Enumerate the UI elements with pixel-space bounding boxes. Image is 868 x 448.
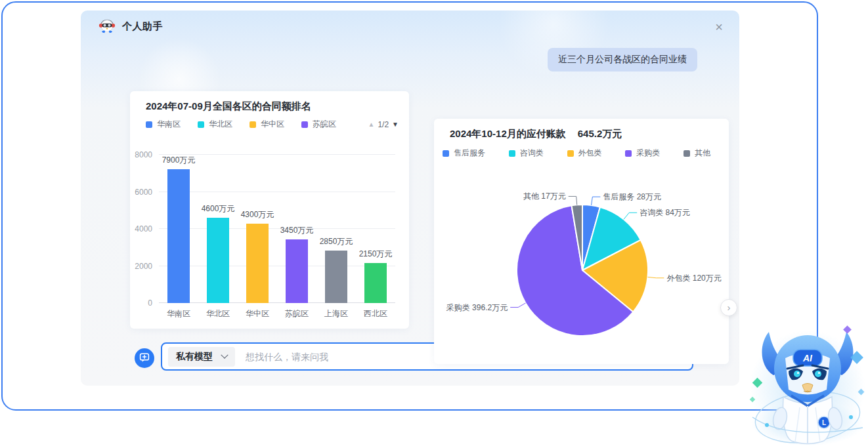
y-axis-tick: 2000 — [135, 262, 152, 271]
legend-label: 华北区 — [209, 119, 232, 130]
pie-callout-label: 售后服务 28万元 — [603, 192, 661, 201]
pie-callout-label: 外包类 120万元 — [666, 274, 721, 283]
assistant-avatar-icon — [98, 18, 116, 35]
bar-chart-legend-row: 华南区华北区华中区苏皖区 ▲ 1/2 ▼ — [146, 119, 399, 130]
legend-page-indicator: 1/2 — [378, 120, 389, 129]
assistant-mascot: AI L — [747, 319, 868, 448]
pie-callout-label: 咨询类 84万元 — [640, 208, 690, 217]
x-axis-label: 上海区 — [316, 308, 356, 319]
y-axis-tick: 8000 — [135, 150, 152, 159]
screen: 个人助手 × 近三个月公司各战区的合同业绩 2024年07-09月全国各区的合同… — [0, 0, 868, 448]
bar-value-label: 2150万元 — [359, 249, 393, 260]
comment-plus-icon — [139, 352, 150, 365]
x-axis-label: 华北区 — [198, 308, 238, 319]
x-axis-label: 华南区 — [159, 308, 198, 319]
assistant-window: 个人助手 × 近三个月公司各战区的合同业绩 2024年07-09月全国各区的合同… — [1, 1, 818, 411]
bar-value-label: 7900万元 — [162, 155, 196, 166]
bar-chart-bars: 7900万元4600万元4300万元3450万元2850万元2150万元 — [159, 155, 395, 303]
bar-chart-yaxis: 02000400060008000 — [130, 155, 155, 303]
model-selector[interactable]: 私有模型 — [168, 347, 235, 367]
pie-label-line — [647, 277, 664, 277]
x-axis-label: 华中区 — [238, 308, 277, 319]
y-axis-tick: 0 — [148, 298, 152, 308]
bar-value-label: 4600万元 — [202, 203, 235, 214]
pie-label-line — [624, 213, 637, 219]
bar-slot: 3450万元 — [277, 155, 316, 303]
bar-legend-item[interactable]: 苏皖区 — [301, 119, 336, 130]
bar-legend-item[interactable]: 华北区 — [198, 119, 232, 130]
x-axis-label: 西北区 — [356, 308, 395, 319]
new-conversation-button[interactable] — [135, 348, 154, 368]
carousel-next-button[interactable]: › — [720, 299, 737, 316]
bar[interactable] — [364, 263, 387, 303]
bar-slot: 4600万元 — [198, 155, 238, 303]
bar-legend-item[interactable]: 华南区 — [146, 119, 181, 130]
bar-chart-xaxis: 华南区华北区华中区苏皖区上海区西北区 — [159, 308, 395, 319]
chevron-down-icon — [221, 351, 228, 358]
legend-pager: ▲ 1/2 ▼ — [368, 120, 399, 129]
bar-value-label: 2850万元 — [320, 236, 353, 247]
pie-chart-card: 2024年10-12月的应付账款 645.2万元 售后服务咨询类外包类采购类其他… — [434, 119, 729, 364]
pie-chart: 售后服务 28万元咨询类 84万元外包类 120万元采购类 396.2万元其他 … — [434, 119, 729, 364]
bar[interactable] — [246, 224, 269, 303]
bar[interactable] — [325, 251, 347, 304]
bar[interactable] — [286, 239, 308, 303]
bar[interactable] — [167, 169, 190, 303]
panel-header: 个人助手 — [98, 18, 163, 35]
legend-label: 华中区 — [261, 119, 284, 130]
bar-legend-item[interactable]: 华中区 — [250, 119, 284, 130]
bar-chart-card: 2024年07-09月全国各区的合同额排名 华南区华北区华中区苏皖区 ▲ 1/2… — [130, 91, 409, 329]
y-axis-tick: 6000 — [135, 188, 152, 197]
legend-label: 华南区 — [157, 119, 181, 130]
svg-text:L: L — [822, 419, 826, 426]
legend-label: 苏皖区 — [313, 119, 336, 130]
user-message-bubble: 近三个月公司各战区的合同业绩 — [548, 48, 697, 71]
pie-callout-label: 采购类 396.2万元 — [446, 303, 508, 312]
legend-page-down-icon[interactable]: ▼ — [392, 121, 399, 128]
bar-value-label: 4300万元 — [241, 209, 274, 220]
bar-chart-title: 2024年07-09月全国各区的合同额排名 — [146, 100, 311, 113]
close-button[interactable]: × — [710, 18, 727, 35]
pie-callout-label: 其他 17万元 — [523, 192, 566, 201]
x-axis-label: 苏皖区 — [277, 308, 316, 319]
legend-swatch — [146, 121, 152, 128]
bar-slot: 2150万元 — [356, 155, 395, 303]
model-selector-value: 私有模型 — [176, 351, 213, 363]
pie-label-line — [510, 303, 525, 308]
legend-swatch — [301, 121, 308, 128]
svg-text:AI: AI — [802, 353, 813, 363]
legend-swatch — [198, 121, 204, 128]
assistant-panel: 个人助手 × 近三个月公司各战区的合同业绩 2024年07-09月全国各区的合同… — [81, 10, 739, 386]
bar-slot: 7900万元 — [159, 155, 198, 303]
legend-page-up-icon[interactable]: ▲ — [368, 121, 375, 128]
bar-slot: 2850万元 — [316, 155, 356, 303]
bar[interactable] — [207, 218, 229, 303]
pie-label-line — [592, 197, 601, 205]
assistant-title: 个人助手 — [122, 20, 163, 33]
bar-value-label: 3450万元 — [280, 225, 314, 236]
bar-slot: 4300万元 — [238, 155, 277, 303]
bar-chart-plot: 7900万元4600万元4300万元3450万元2850万元2150万元 — [159, 155, 395, 303]
legend-swatch — [250, 121, 256, 128]
pie-label-line — [569, 196, 577, 205]
bar-chart-legend: 华南区华北区华中区苏皖区 — [146, 119, 336, 130]
y-axis-tick: 4000 — [135, 224, 152, 234]
